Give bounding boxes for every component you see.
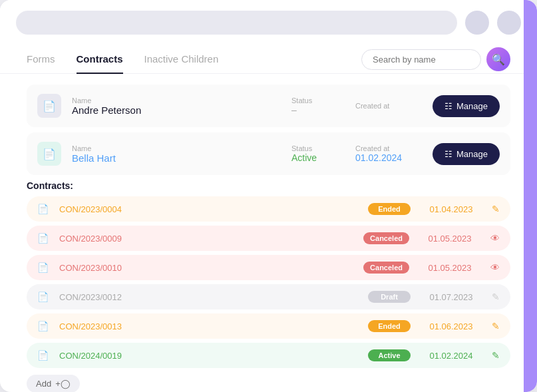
person-info-bella: Name Bella Hart: [72, 144, 281, 164]
created-col-bella: Created at 01.02.2024: [355, 144, 422, 163]
tab-forms[interactable]: Forms: [27, 45, 55, 74]
document-icon: 📄: [43, 100, 56, 112]
avatar-1[interactable]: [465, 11, 489, 35]
status-col-bella: Status Active: [291, 144, 345, 163]
contracts-heading: Contracts:: [27, 180, 510, 191]
created-value-bella: 01.02.2024: [355, 152, 422, 163]
nav-tabs: Forms Contracts Inactive Children 🔍: [0, 45, 537, 74]
add-button[interactable]: Add +◯: [27, 375, 80, 392]
contract-row-2: 📄 CON/2023/0010 Canceled 01.05.2023 👁: [27, 255, 510, 280]
contract-row-0: 📄 CON/2023/0004 Ended 01.04.2023 ✎: [27, 196, 510, 222]
right-scroll-bar: [524, 0, 537, 392]
contract-id-4: CON/2023/0013: [59, 321, 357, 331]
top-search-bar[interactable]: [16, 11, 457, 35]
person-icon-bella: 📄: [37, 142, 61, 166]
tab-contracts[interactable]: Contracts: [77, 45, 123, 74]
app-window: Forms Contracts Inactive Children 🔍 📄 Na…: [0, 0, 537, 392]
person-info-andre: Name Andre Peterson: [72, 97, 281, 116]
status-label-andre: Status: [291, 97, 345, 104]
manage-btn-andre[interactable]: ☷ Manage: [433, 95, 500, 117]
created-label-bella: Created at: [355, 144, 422, 152]
status-label-bella: Status: [291, 144, 345, 152]
created-col-andre: Created at: [355, 102, 422, 110]
manage-icon-bella: ☷: [445, 149, 452, 159]
contract-badge-4: Ended: [368, 320, 411, 332]
contract-badge-5: Active: [368, 349, 411, 361]
contract-doc-icon-1: 📄: [37, 233, 49, 244]
search-input[interactable]: [361, 49, 481, 70]
status-value-andre: –: [291, 104, 345, 115]
contract-badge-3: Draft: [368, 291, 411, 303]
search-icon: 🔍: [492, 53, 505, 66]
contract-action-icon-4[interactable]: ✎: [492, 321, 500, 331]
person-card-andre: 📄 Name Andre Peterson Status – Created a…: [27, 85, 510, 127]
contract-action-icon-3[interactable]: ✎: [492, 292, 500, 302]
add-icon: +◯: [55, 379, 71, 389]
name-label-bella: Name: [72, 144, 281, 152]
contract-date-0: 01.04.2023: [421, 204, 481, 214]
contract-id-3: CON/2023/0012: [59, 292, 357, 302]
name-label-andre: Name: [72, 97, 281, 104]
contract-row-4: 📄 CON/2023/0013 Ended 01.06.2023 ✎: [27, 313, 510, 339]
contract-badge-2: Canceled: [363, 262, 409, 274]
avatar-2[interactable]: [497, 11, 521, 35]
contract-action-icon-1[interactable]: 👁: [490, 233, 500, 244]
add-btn-label: Add: [36, 379, 51, 389]
contract-badge-0: Ended: [368, 203, 411, 215]
person-card-bella: 📄 Name Bella Hart Status Active Created …: [27, 132, 510, 175]
main-content: 📄 Name Andre Peterson Status – Created a…: [0, 74, 537, 392]
contract-date-5: 01.02.2024: [421, 351, 481, 361]
contract-doc-icon-4: 📄: [37, 321, 49, 331]
contract-id-1: CON/2023/0009: [59, 234, 353, 244]
contract-doc-icon-5: 📄: [37, 350, 49, 361]
contract-row-3: 📄 CON/2023/0012 Draft 01.07.2023 ✎: [27, 284, 510, 309]
manage-btn-bella[interactable]: ☷ Manage: [433, 143, 500, 165]
tab-inactive-children[interactable]: Inactive Children: [144, 45, 219, 74]
contract-doc-icon-3: 📄: [37, 292, 49, 302]
top-bar: [0, 0, 537, 45]
status-col-andre: Status –: [291, 97, 345, 115]
contract-id-5: CON/2024/0019: [59, 351, 357, 361]
contract-date-1: 01.05.2023: [420, 234, 480, 244]
contract-action-icon-5[interactable]: ✎: [492, 350, 500, 361]
document-icon-bella: 📄: [43, 148, 56, 160]
search-button[interactable]: 🔍: [486, 47, 510, 71]
created-label-andre: Created at: [355, 102, 422, 110]
person-name-andre: Andre Peterson: [72, 104, 281, 116]
search-area: 🔍: [361, 47, 510, 71]
contract-id-2: CON/2023/0010: [59, 263, 353, 273]
contract-row-1: 📄 CON/2023/0009 Canceled 01.05.2023 👁: [27, 226, 510, 251]
contract-date-4: 01.06.2023: [421, 321, 481, 331]
contract-badge-1: Canceled: [363, 232, 409, 244]
contract-date-2: 01.05.2023: [420, 263, 480, 273]
contract-row-5: 📄 CON/2024/0019 Active 01.02.2024 ✎: [27, 343, 510, 368]
contract-doc-icon-2: 📄: [37, 262, 49, 273]
manage-icon-andre: ☷: [445, 101, 452, 111]
person-icon-andre: 📄: [37, 94, 61, 118]
contract-date-3: 01.07.2023: [421, 292, 481, 302]
contract-action-icon-2[interactable]: 👁: [490, 262, 500, 273]
person-name-bella: Bella Hart: [72, 152, 281, 164]
contract-doc-icon-0: 📄: [37, 204, 49, 214]
contract-id-0: CON/2023/0004: [59, 204, 357, 214]
contract-action-icon-0[interactable]: ✎: [492, 204, 500, 214]
status-value-bella: Active: [291, 152, 345, 163]
